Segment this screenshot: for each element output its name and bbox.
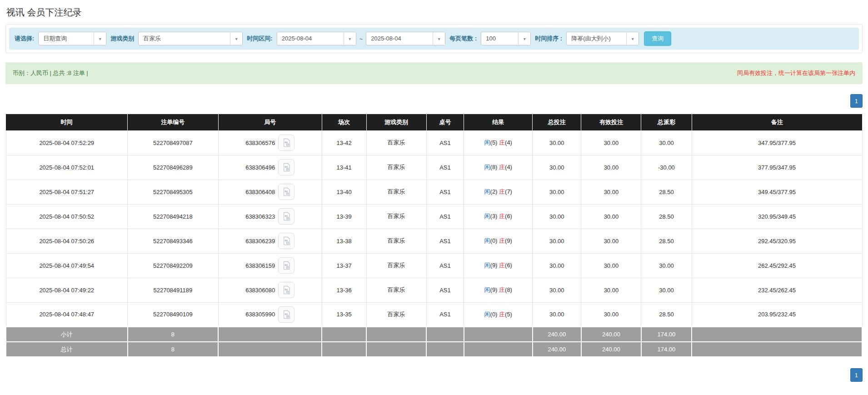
film-icon bbox=[282, 236, 290, 245]
total-row-total-bet: 240.00 bbox=[533, 342, 581, 357]
page-size-value: 100 bbox=[481, 32, 518, 45]
cell-session: 13-36 bbox=[322, 278, 366, 302]
cell-result: 闲(0) 庄(5) bbox=[464, 302, 533, 327]
film-icon bbox=[282, 163, 290, 172]
table-row: 2025-08-04 07:52:29522708497087638306576… bbox=[6, 130, 862, 155]
cell-valid-bet: 30.00 bbox=[581, 130, 641, 155]
cell-result: 闲(5) 庄(4) bbox=[464, 130, 533, 155]
summary-bar: 币别：人民币 | 总共 :8 注单 | 同局有效投注，统一计算在该局第一张注单内 bbox=[5, 62, 863, 84]
result-player-label: 闲 bbox=[484, 213, 490, 220]
page-size-select[interactable]: 100 ▾ bbox=[481, 32, 531, 45]
column-header-game-type: 游戏类别 bbox=[366, 114, 426, 130]
chevron-down-icon[interactable]: ▾ bbox=[344, 32, 356, 45]
chevron-down-icon[interactable]: ▾ bbox=[433, 32, 445, 45]
cell-result: 闲(3) 庄(6) bbox=[464, 204, 533, 229]
result-banker-label: 庄 bbox=[499, 139, 505, 146]
chevron-down-icon[interactable]: ▾ bbox=[626, 32, 639, 45]
table-row: 2025-08-04 07:49:22522708491189638306080… bbox=[6, 278, 862, 302]
cell-total-bet-link[interactable]: 30.00 bbox=[533, 180, 581, 204]
date-from-select[interactable]: 2025-08-04 ▾ bbox=[277, 32, 356, 45]
cell-total-bet-link[interactable]: 30.00 bbox=[533, 204, 581, 229]
page-1-button[interactable]: 1 bbox=[850, 368, 863, 382]
date-to-value: 2025-08-04 bbox=[366, 32, 433, 45]
cell-session: 13-35 bbox=[322, 302, 366, 327]
round-number: 638306159 bbox=[245, 262, 275, 269]
round-number: 638306408 bbox=[245, 189, 275, 195]
table-row: 2025-08-04 07:50:26522708493346638306239… bbox=[6, 229, 862, 253]
query-type-select[interactable]: 日期查询 ▾ bbox=[38, 32, 106, 45]
cell-session: 13-41 bbox=[322, 155, 366, 180]
cell-note: 203.95/232.45 bbox=[692, 302, 862, 327]
cell-bet-id: 522708497087 bbox=[128, 130, 219, 155]
video-replay-button[interactable] bbox=[278, 306, 294, 323]
cell-payout: 28.50 bbox=[641, 302, 692, 327]
total-row-empty-table-no bbox=[426, 342, 464, 357]
subtotal-row-total-bet: 240.00 bbox=[533, 327, 581, 342]
chevron-down-icon[interactable]: ▾ bbox=[94, 32, 106, 45]
video-replay-button[interactable] bbox=[278, 184, 294, 200]
summary-currency-text: 币别：人民币 | 总共 :8 注单 | bbox=[13, 69, 88, 77]
result-banker-label: 庄 bbox=[499, 237, 505, 244]
video-replay-button[interactable] bbox=[278, 282, 294, 298]
result-player-label: 闲 bbox=[484, 164, 490, 170]
total-row-count: 8 bbox=[128, 342, 219, 357]
cell-bet-id: 522708496289 bbox=[128, 155, 219, 180]
cell-valid-bet: 30.00 bbox=[581, 278, 641, 302]
cell-table-no: AS1 bbox=[426, 278, 464, 302]
cell-total-bet-link[interactable]: 30.00 bbox=[533, 229, 581, 253]
total-row-empty-game-type bbox=[366, 342, 426, 357]
cell-bet-id: 522708493346 bbox=[128, 229, 219, 253]
column-header-time: 时间 bbox=[6, 114, 128, 130]
total-row-empty-session bbox=[322, 342, 366, 357]
game-type-label: 游戏类别 bbox=[110, 35, 135, 43]
round-number: 638306323 bbox=[245, 213, 275, 220]
cell-result: 闲(0) 庄(9) bbox=[464, 229, 533, 253]
cell-game-type: 百家乐 bbox=[366, 253, 426, 278]
time-sort-label: 时间排序 : bbox=[534, 35, 563, 43]
cell-total-bet-link[interactable]: 30.00 bbox=[533, 253, 581, 278]
column-header-payout: 总派彩 bbox=[641, 114, 692, 130]
video-replay-button[interactable] bbox=[278, 233, 294, 249]
cell-total-bet-link[interactable]: 30.00 bbox=[533, 302, 581, 327]
cell-valid-bet: 30.00 bbox=[581, 180, 641, 204]
cell-total-bet-link[interactable]: 30.00 bbox=[533, 278, 581, 302]
subtotal-row: 小计8240.00240.00174.00 bbox=[6, 327, 862, 342]
cell-note: 262.45/292.45 bbox=[692, 253, 862, 278]
round-wrap: 638306080 bbox=[220, 282, 320, 298]
column-header-valid-bet: 有效投注 bbox=[581, 114, 641, 130]
game-type-select[interactable]: 百家乐 ▾ bbox=[138, 32, 243, 45]
subtotal-row-valid-bet: 240.00 bbox=[581, 327, 641, 342]
table-row: 2025-08-04 07:50:52522708494218638306323… bbox=[6, 204, 862, 229]
cell-session: 13-39 bbox=[322, 204, 366, 229]
cell-total-bet-link[interactable]: 30.00 bbox=[533, 130, 581, 155]
cell-bet-id: 522708491189 bbox=[128, 278, 219, 302]
chevron-down-icon[interactable]: ▾ bbox=[518, 32, 530, 45]
cell-note: 292.45/320.95 bbox=[692, 229, 862, 253]
column-header-result: 结果 bbox=[464, 114, 533, 130]
result-player-label: 闲 bbox=[484, 139, 490, 146]
column-header-table-no: 桌号 bbox=[426, 114, 464, 130]
cell-valid-bet: 30.00 bbox=[581, 253, 641, 278]
chevron-down-icon[interactable]: ▾ bbox=[230, 32, 242, 45]
subtotal-row-empty-game-type bbox=[366, 327, 426, 342]
cell-result: 闲(2) 庄(7) bbox=[464, 180, 533, 204]
cell-total-bet-link[interactable]: 30.00 bbox=[533, 155, 581, 180]
search-button[interactable]: 查询 bbox=[644, 31, 671, 46]
total-row-empty-note bbox=[692, 342, 862, 357]
round-number: 638306496 bbox=[245, 164, 275, 171]
video-replay-button[interactable] bbox=[278, 208, 294, 225]
column-header-round: 局号 bbox=[218, 114, 322, 130]
result-banker-label: 庄 bbox=[499, 164, 505, 170]
time-sort-select[interactable]: 降幂(由大到小) ▾ bbox=[566, 32, 639, 45]
page-1-button[interactable]: 1 bbox=[850, 94, 863, 108]
cell-round: 638306239 bbox=[218, 229, 322, 253]
cell-round: 638306159 bbox=[218, 253, 322, 278]
cell-game-type: 百家乐 bbox=[366, 229, 426, 253]
video-replay-button[interactable] bbox=[278, 159, 294, 175]
video-replay-button[interactable] bbox=[278, 257, 294, 274]
date-to-select[interactable]: 2025-08-04 ▾ bbox=[366, 32, 445, 45]
cell-table-no: AS1 bbox=[426, 229, 464, 253]
round-wrap: 638305990 bbox=[220, 306, 320, 323]
column-header-note: 备注 bbox=[692, 114, 862, 130]
video-replay-button[interactable] bbox=[278, 135, 294, 151]
